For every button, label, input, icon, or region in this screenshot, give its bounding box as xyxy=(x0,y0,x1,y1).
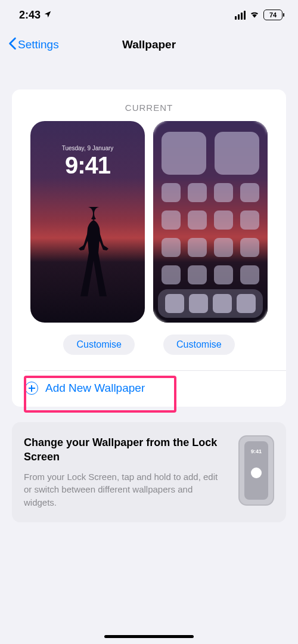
home-screen-preview[interactable] xyxy=(153,121,268,323)
add-new-wallpaper-button[interactable]: Add New Wallpaper xyxy=(12,371,286,407)
dock xyxy=(158,289,263,318)
nav-bar: Settings Wallpaper xyxy=(0,30,298,60)
add-new-wallpaper-label: Add New Wallpaper xyxy=(45,382,145,395)
customise-lock-button[interactable]: Customise xyxy=(63,335,135,355)
cellular-icon xyxy=(235,11,246,20)
lock-screen-preview[interactable]: Tuesday, 9 January 9:41 xyxy=(30,121,145,323)
battery-icon: 74 xyxy=(263,10,283,20)
chevron-left-icon xyxy=(8,37,17,53)
current-wallpaper-card: CURRENT Tuesday, 9 January 9:41 Customis xyxy=(12,89,286,407)
status-bar: 2:43 74 xyxy=(0,0,298,30)
lock-screen-tip-panel: Change your Wallpaper from the Lock Scre… xyxy=(12,422,286,522)
customise-home-button[interactable]: Customise xyxy=(163,335,235,355)
lock-screen-date: Tuesday, 9 January xyxy=(30,145,145,151)
back-label: Settings xyxy=(18,38,59,51)
home-indicator xyxy=(104,635,194,638)
back-button[interactable]: Settings xyxy=(8,37,59,53)
lock-screen-time: 9:41 xyxy=(30,152,145,179)
plus-circle-icon xyxy=(25,382,38,395)
tip-title: Change your Wallpaper from the Lock Scre… xyxy=(24,435,228,465)
tip-illustration: 9:41 xyxy=(238,435,274,506)
wallpaper-silhouette xyxy=(67,207,108,296)
tip-body: From your Lock Screen, tap and hold to a… xyxy=(24,470,228,509)
location-icon xyxy=(44,9,52,21)
current-label: CURRENT xyxy=(12,103,286,113)
status-time: 2:43 xyxy=(19,9,41,21)
wifi-icon xyxy=(249,10,260,20)
